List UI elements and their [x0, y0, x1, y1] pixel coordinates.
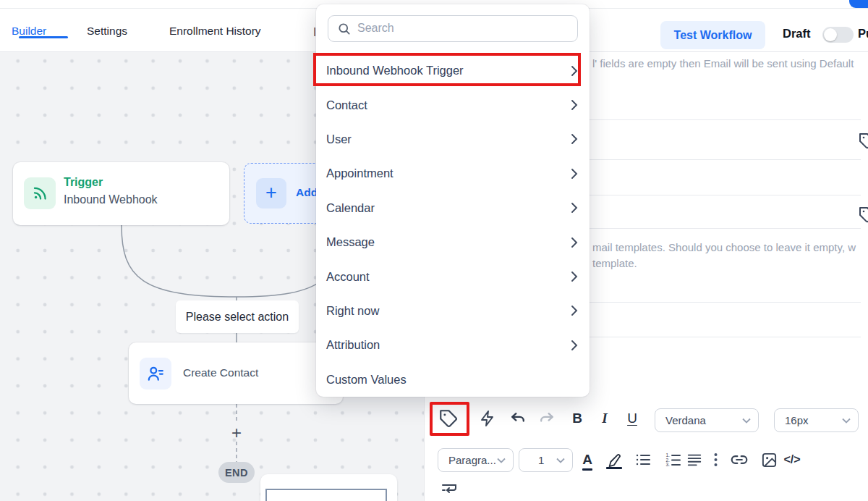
text-wrap-button[interactable] [439, 479, 459, 498]
menu-item-calendar[interactable]: Calendar [316, 191, 590, 225]
templates-note-line2: template. [592, 257, 637, 269]
bold-glyph: B [572, 411, 582, 426]
tab-enrollment-history-label: Enrollment History [169, 25, 261, 37]
chevron-down-icon [842, 418, 851, 424]
underline-button[interactable]: U [623, 408, 642, 429]
font-size-select[interactable]: 16px [774, 408, 859, 432]
create-contact-node-card[interactable]: Create Contact [129, 342, 343, 404]
plus-icon: + [256, 178, 286, 209]
tab-builder-label: Builder [12, 25, 46, 37]
bold-button[interactable]: B [568, 408, 587, 429]
menu-item-account[interactable]: Account [316, 259, 590, 293]
text-color-bar [582, 468, 592, 471]
clipped-tab-fragment: I [313, 26, 315, 39]
insert-link-button[interactable] [728, 450, 750, 470]
text-color-button[interactable]: A [578, 450, 597, 470]
code-glyph: </> [783, 453, 800, 466]
chevron-right-icon [571, 340, 578, 351]
chevron-down-icon [742, 418, 751, 424]
add-trigger-card[interactable]: + Add [244, 163, 328, 224]
menu-item-label: Appointment [326, 167, 393, 180]
tab-builder[interactable]: Builder [12, 25, 46, 38]
tab-settings-label: Settings [87, 25, 127, 37]
tab-enrollment-history[interactable]: Enrollment History [169, 25, 261, 38]
bottom-popup-field[interactable] [265, 489, 387, 501]
chevron-right-icon [571, 271, 578, 282]
code-view-button[interactable]: </> [780, 450, 804, 470]
text-color-glyph: A [582, 452, 592, 468]
paragraph-style-select[interactable]: Paragra... [438, 448, 514, 472]
italic-button[interactable]: I [595, 408, 614, 429]
trigger-node-card[interactable]: Trigger Inbound Webhook [13, 162, 229, 225]
redo-button[interactable] [536, 409, 556, 429]
select-action-label: Please select action [176, 300, 299, 333]
highlight-color-bar [606, 467, 622, 469]
active-tab-underline [19, 36, 68, 39]
tab-settings[interactable]: Settings [87, 25, 127, 38]
clipped-blue-button-fragment [849, 0, 868, 8]
font-family-value: Verdana [665, 414, 706, 426]
menu-item-label: Account [326, 270, 370, 284]
insert-image-button[interactable] [759, 450, 779, 470]
italic-glyph: I [602, 411, 607, 426]
menu-item-label: Calendar [326, 201, 375, 215]
merge-tag-icon[interactable] [859, 132, 868, 150]
menu-item-label: Attribution [326, 338, 380, 352]
menu-item-label: Contact [326, 98, 367, 112]
align-button[interactable] [685, 450, 704, 470]
workflow-builder-screen: Builder Settings Enrollment History I Te… [0, 0, 868, 501]
menu-item-right-now[interactable]: Right now [316, 294, 590, 328]
menu-item-label: Message [326, 235, 375, 249]
trigger-links-zap-button[interactable] [477, 408, 498, 429]
menu-item-attribution[interactable]: Attribution [316, 328, 590, 362]
menu-item-list: Inbound Webhook Trigger Contact User App… [316, 54, 590, 397]
menu-item-contact[interactable]: Contact [316, 88, 590, 122]
trigger-node-title: Trigger [64, 176, 103, 189]
undo-button[interactable] [508, 409, 528, 429]
default-email-note: l' fields are empty then Email will be s… [592, 57, 854, 70]
numbered-list-button[interactable]: 1. 2. 3. [663, 450, 684, 470]
publish-label-clipped: Pu [858, 27, 868, 41]
end-node-label: END [225, 467, 248, 479]
menu-item-custom-values[interactable]: Custom Values [316, 363, 590, 397]
underline-glyph: U [627, 411, 637, 426]
highlighter-icon [606, 452, 622, 468]
trigger-action-menu: Inbound Webhook Trigger Contact User App… [316, 4, 590, 397]
chevron-right-icon [571, 99, 578, 111]
menu-item-label: User [326, 132, 352, 146]
bullet-list-button[interactable] [633, 450, 653, 470]
chevron-right-icon [571, 168, 578, 180]
chevron-down-icon [497, 458, 506, 463]
publish-toggle[interactable] [822, 27, 854, 43]
toggle-knob [824, 28, 837, 41]
more-options-button[interactable] [710, 450, 721, 470]
chevron-down-icon [556, 458, 565, 463]
add-trigger-label: Add [296, 186, 318, 199]
font-family-select[interactable]: Verdana [655, 408, 759, 432]
menu-search-box[interactable] [328, 15, 578, 42]
merge-tag-icon[interactable] [859, 206, 868, 224]
paragraph-style-value: Paragra... [448, 454, 496, 466]
add-action-plus-button[interactable]: + [227, 423, 246, 443]
menu-item-label: Custom Values [326, 373, 407, 387]
create-contact-label: Create Contact [183, 366, 258, 379]
bottom-popup-card [260, 474, 397, 501]
create-contact-icon [140, 358, 171, 390]
menu-item-message[interactable]: Message [316, 225, 590, 259]
chevron-right-icon [571, 202, 578, 214]
annotation-box-tag-button [430, 402, 469, 436]
menu-item-label: Right now [326, 304, 379, 318]
search-input[interactable] [357, 16, 571, 41]
menu-item-user[interactable]: User [316, 122, 590, 156]
test-workflow-button[interactable]: Test Workflow [660, 21, 765, 49]
menu-item-appointment[interactable]: Appointment [316, 156, 590, 190]
select-action-text: Please select action [186, 311, 289, 324]
inbound-webhook-icon [24, 177, 56, 209]
line-height-value: 1 [538, 454, 544, 466]
line-height-select[interactable]: 1 [519, 448, 573, 472]
templates-note-line1: mail templates. Should you choose to lea… [592, 241, 856, 253]
annotation-box-inbound-webhook [313, 53, 581, 86]
chevron-right-icon [571, 237, 578, 248]
search-icon [337, 22, 352, 36]
highlight-color-button[interactable] [604, 450, 624, 470]
